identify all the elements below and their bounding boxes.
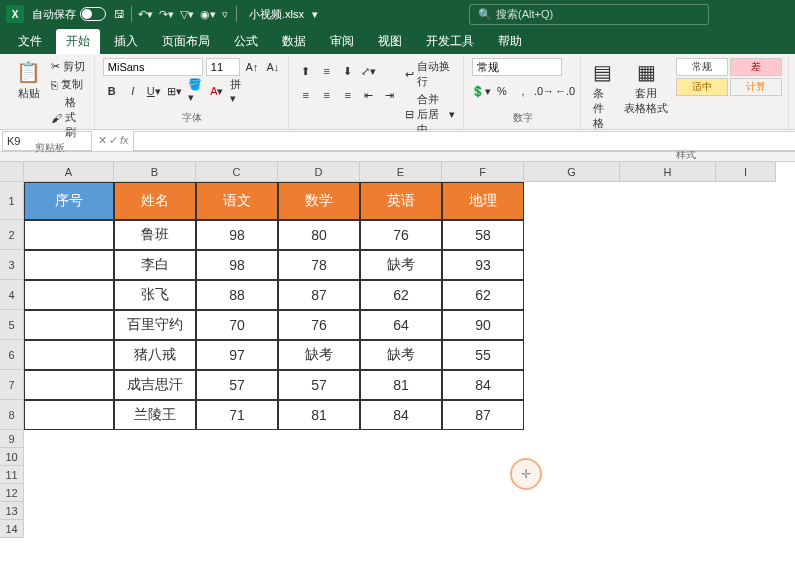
number-format-select[interactable] <box>472 58 562 76</box>
cell-F2[interactable]: 58 <box>442 220 524 250</box>
style-calc[interactable]: 计算 <box>730 78 782 96</box>
cell-C5[interactable]: 70 <box>196 310 278 340</box>
undo-icon[interactable]: ↶▾ <box>138 8 153 21</box>
cell-F3[interactable]: 93 <box>442 250 524 280</box>
indent-left-icon[interactable]: ⇤ <box>360 86 378 104</box>
autosave-toggle[interactable]: 自动保存 <box>32 7 106 22</box>
filter-icon[interactable]: ▽▾ <box>180 8 194 21</box>
fx-icon[interactable]: fx <box>120 134 129 147</box>
row-header-6[interactable]: 6 <box>0 340 24 370</box>
fill-color-button[interactable]: 🪣▾ <box>187 82 205 100</box>
style-good[interactable]: 适中 <box>676 78 728 96</box>
cell-F7[interactable]: 84 <box>442 370 524 400</box>
camera-icon[interactable]: ◉▾ <box>200 8 216 21</box>
cell-B4[interactable]: 张飞 <box>114 280 196 310</box>
decrease-font-icon[interactable]: A↓ <box>264 58 282 76</box>
column-header-C[interactable]: C <box>196 162 278 182</box>
comma-icon[interactable]: , <box>514 82 532 100</box>
cell-A2[interactable] <box>24 220 114 250</box>
tab-审阅[interactable]: 审阅 <box>320 29 364 54</box>
cell-C6[interactable]: 97 <box>196 340 278 370</box>
cell-E4[interactable]: 62 <box>360 280 442 310</box>
cell-C7[interactable]: 57 <box>196 370 278 400</box>
row-header-12[interactable]: 12 <box>0 484 24 502</box>
cut-button[interactable]: ✂剪切 <box>49 58 88 75</box>
cell-C1[interactable]: 语文 <box>196 182 278 220</box>
table-format-button[interactable]: ▦ 套用 表格格式 <box>620 58 672 118</box>
cell-C8[interactable]: 71 <box>196 400 278 430</box>
cell-A7[interactable] <box>24 370 114 400</box>
cell-E3[interactable]: 缺考 <box>360 250 442 280</box>
cell-D4[interactable]: 87 <box>278 280 360 310</box>
wrap-text-button[interactable]: ↩自动换行 <box>403 58 457 90</box>
orientation-icon[interactable]: ⤢▾ <box>360 62 378 80</box>
row-header-10[interactable]: 10 <box>0 448 24 466</box>
cell-D8[interactable]: 81 <box>278 400 360 430</box>
column-header-I[interactable]: I <box>716 162 776 182</box>
align-bottom-icon[interactable]: ⬇ <box>339 62 357 80</box>
font-color-button[interactable]: A▾ <box>208 82 226 100</box>
tab-开始[interactable]: 开始 <box>56 29 100 54</box>
cell-B5[interactable]: 百里守约 <box>114 310 196 340</box>
column-header-G[interactable]: G <box>524 162 620 182</box>
cell-D7[interactable]: 57 <box>278 370 360 400</box>
style-bad[interactable]: 差 <box>730 58 782 76</box>
cell-B8[interactable]: 兰陵王 <box>114 400 196 430</box>
cell-B6[interactable]: 猪八戒 <box>114 340 196 370</box>
cell-A1[interactable]: 序号 <box>24 182 114 220</box>
row-header-14[interactable]: 14 <box>0 520 24 538</box>
cell-A3[interactable] <box>24 250 114 280</box>
row-header-9[interactable]: 9 <box>0 430 24 448</box>
cell-D2[interactable]: 80 <box>278 220 360 250</box>
cell-E6[interactable]: 缺考 <box>360 340 442 370</box>
copy-button[interactable]: ⎘复制 <box>49 76 88 93</box>
redo-icon[interactable]: ↷▾ <box>159 8 174 21</box>
underline-button[interactable]: U▾ <box>145 82 163 100</box>
cell-F1[interactable]: 地理 <box>442 182 524 220</box>
tab-帮助[interactable]: 帮助 <box>488 29 532 54</box>
cell-F8[interactable]: 87 <box>442 400 524 430</box>
cell-C2[interactable]: 98 <box>196 220 278 250</box>
cell-E7[interactable]: 81 <box>360 370 442 400</box>
indent-right-icon[interactable]: ⇥ <box>381 86 399 104</box>
row-header-11[interactable]: 11 <box>0 466 24 484</box>
cell-A8[interactable] <box>24 400 114 430</box>
percent-icon[interactable]: % <box>493 82 511 100</box>
cell-F5[interactable]: 90 <box>442 310 524 340</box>
row-header-2[interactable]: 2 <box>0 220 24 250</box>
currency-icon[interactable]: 💲▾ <box>472 82 490 100</box>
row-header-13[interactable]: 13 <box>0 502 24 520</box>
cell-B1[interactable]: 姓名 <box>114 182 196 220</box>
tab-文件[interactable]: 文件 <box>8 29 52 54</box>
search-box[interactable]: 🔍 搜索(Alt+Q) <box>469 4 709 25</box>
tab-开发工具[interactable]: 开发工具 <box>416 29 484 54</box>
row-header-3[interactable]: 3 <box>0 250 24 280</box>
phonetic-button[interactable]: 拼▾ <box>229 82 247 100</box>
row-header-5[interactable]: 5 <box>0 310 24 340</box>
column-header-B[interactable]: B <box>114 162 196 182</box>
more-icon[interactable]: ▿ <box>222 8 228 21</box>
tab-视图[interactable]: 视图 <box>368 29 412 54</box>
row-header-1[interactable]: 1 <box>0 182 24 220</box>
formula-input[interactable] <box>133 131 795 151</box>
toggle-off-icon[interactable] <box>80 7 106 21</box>
cell-B3[interactable]: 李白 <box>114 250 196 280</box>
increase-font-icon[interactable]: A↑ <box>243 58 261 76</box>
tab-数据[interactable]: 数据 <box>272 29 316 54</box>
cell-D5[interactable]: 76 <box>278 310 360 340</box>
cell-C4[interactable]: 88 <box>196 280 278 310</box>
cell-A6[interactable] <box>24 340 114 370</box>
tab-公式[interactable]: 公式 <box>224 29 268 54</box>
font-name-select[interactable] <box>103 58 203 76</box>
column-header-A[interactable]: A <box>24 162 114 182</box>
cell-E5[interactable]: 64 <box>360 310 442 340</box>
increase-decimal-icon[interactable]: .0→ <box>535 82 553 100</box>
select-all-corner[interactable] <box>0 162 24 182</box>
cell-F4[interactable]: 62 <box>442 280 524 310</box>
cell-styles-gallery[interactable]: 常规 差 适中 计算 <box>676 58 782 96</box>
align-right-icon[interactable]: ≡ <box>339 86 357 104</box>
style-normal[interactable]: 常规 <box>676 58 728 76</box>
row-header-4[interactable]: 4 <box>0 280 24 310</box>
cell-A5[interactable] <box>24 310 114 340</box>
row-header-7[interactable]: 7 <box>0 370 24 400</box>
